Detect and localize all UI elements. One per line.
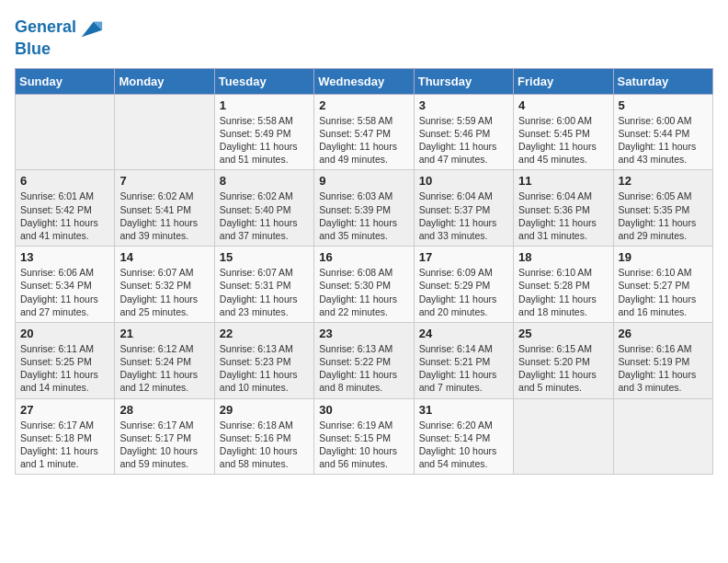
cell-info: Sunrise: 6:05 AM Sunset: 5:35 PM Dayligh…: [619, 190, 708, 242]
cell-info: Sunrise: 6:10 AM Sunset: 5:28 PM Dayligh…: [518, 266, 608, 318]
calendar-table: SundayMondayTuesdayWednesdayThursdayFrid…: [15, 68, 713, 475]
calendar-cell: 31Sunrise: 6:20 AM Sunset: 5:14 PM Dayli…: [414, 398, 513, 475]
logo: General Blue: [15, 15, 104, 59]
calendar-cell: 2Sunrise: 5:58 AM Sunset: 5:47 PM Daylig…: [314, 94, 414, 170]
cell-info: Sunrise: 6:02 AM Sunset: 5:40 PM Dayligh…: [220, 190, 309, 242]
calendar-cell: 11Sunrise: 6:04 AM Sunset: 5:36 PM Dayli…: [514, 170, 613, 247]
calendar-cell: 4Sunrise: 6:00 AM Sunset: 5:45 PM Daylig…: [514, 94, 613, 170]
calendar-cell: 30Sunrise: 6:19 AM Sunset: 5:15 PM Dayli…: [314, 398, 414, 475]
weekday-header: Sunday: [16, 68, 115, 94]
calendar-cell: 10Sunrise: 6:04 AM Sunset: 5:37 PM Dayli…: [414, 170, 513, 247]
cell-day-number: 3: [419, 98, 508, 112]
cell-info: Sunrise: 6:06 AM Sunset: 5:34 PM Dayligh…: [20, 266, 109, 318]
calendar-cell: 24Sunrise: 6:14 AM Sunset: 5:21 PM Dayli…: [414, 322, 513, 398]
cell-day-number: 31: [419, 403, 508, 417]
cell-info: Sunrise: 5:59 AM Sunset: 5:46 PM Dayligh…: [419, 114, 508, 167]
cell-info: Sunrise: 6:01 AM Sunset: 5:42 PM Dayligh…: [20, 190, 109, 242]
cell-info: Sunrise: 6:10 AM Sunset: 5:27 PM Dayligh…: [619, 266, 708, 318]
cell-info: Sunrise: 6:13 AM Sunset: 5:22 PM Dayligh…: [319, 342, 408, 395]
cell-info: Sunrise: 6:19 AM Sunset: 5:15 PM Dayligh…: [319, 419, 408, 471]
cell-day-number: 29: [220, 403, 309, 417]
calendar-cell: 18Sunrise: 6:10 AM Sunset: 5:28 PM Dayli…: [514, 247, 613, 323]
calendar-cell: 23Sunrise: 6:13 AM Sunset: 5:22 PM Dayli…: [314, 322, 414, 398]
cell-day-number: 21: [119, 327, 209, 340]
cell-day-number: 14: [119, 250, 209, 264]
weekday-header: Wednesday: [314, 68, 414, 94]
cell-day-number: 28: [119, 403, 209, 417]
calendar-cell: 26Sunrise: 6:16 AM Sunset: 5:19 PM Dayli…: [613, 322, 712, 398]
calendar-cell: [613, 398, 712, 475]
cell-day-number: 19: [619, 250, 708, 264]
cell-info: Sunrise: 6:08 AM Sunset: 5:30 PM Dayligh…: [319, 266, 408, 318]
cell-day-number: 8: [220, 174, 309, 188]
cell-day-number: 15: [220, 250, 309, 264]
logo-text: General: [15, 18, 76, 37]
cell-day-number: 27: [20, 403, 109, 417]
calendar-cell: [514, 398, 613, 475]
cell-info: Sunrise: 6:15 AM Sunset: 5:20 PM Dayligh…: [518, 342, 608, 395]
logo-icon: [78, 15, 104, 40]
calendar-cell: 27Sunrise: 6:17 AM Sunset: 5:18 PM Dayli…: [16, 398, 115, 475]
cell-day-number: 2: [319, 98, 408, 112]
calendar-cell: 17Sunrise: 6:09 AM Sunset: 5:29 PM Dayli…: [414, 247, 513, 323]
cell-day-number: 23: [319, 327, 408, 340]
cell-day-number: 16: [319, 250, 408, 264]
calendar-cell: 28Sunrise: 6:17 AM Sunset: 5:17 PM Dayli…: [115, 398, 214, 475]
calendar-cell: 12Sunrise: 6:05 AM Sunset: 5:35 PM Dayli…: [613, 170, 712, 247]
cell-day-number: 4: [518, 98, 608, 112]
calendar-cell: 21Sunrise: 6:12 AM Sunset: 5:24 PM Dayli…: [115, 322, 214, 398]
weekday-header: Thursday: [414, 68, 513, 94]
cell-day-number: 18: [518, 250, 608, 264]
cell-info: Sunrise: 6:07 AM Sunset: 5:32 PM Dayligh…: [119, 266, 209, 318]
calendar-cell: 13Sunrise: 6:06 AM Sunset: 5:34 PM Dayli…: [16, 247, 115, 323]
calendar-cell: 22Sunrise: 6:13 AM Sunset: 5:23 PM Dayli…: [214, 322, 313, 398]
cell-day-number: 22: [220, 327, 309, 340]
cell-info: Sunrise: 6:04 AM Sunset: 5:37 PM Dayligh…: [419, 190, 508, 242]
calendar-cell: [16, 94, 115, 170]
cell-info: Sunrise: 6:09 AM Sunset: 5:29 PM Dayligh…: [419, 266, 508, 318]
calendar-cell: 9Sunrise: 6:03 AM Sunset: 5:39 PM Daylig…: [314, 170, 414, 247]
cell-info: Sunrise: 6:13 AM Sunset: 5:23 PM Dayligh…: [220, 342, 309, 395]
cell-day-number: 24: [419, 327, 508, 340]
logo-blue-text: Blue: [15, 40, 104, 59]
cell-day-number: 20: [20, 327, 109, 340]
cell-info: Sunrise: 6:17 AM Sunset: 5:17 PM Dayligh…: [119, 419, 209, 471]
cell-day-number: 13: [20, 250, 109, 264]
calendar-cell: 16Sunrise: 6:08 AM Sunset: 5:30 PM Dayli…: [314, 247, 414, 323]
calendar-cell: [115, 94, 214, 170]
cell-info: Sunrise: 6:17 AM Sunset: 5:18 PM Dayligh…: [20, 419, 109, 471]
cell-day-number: 25: [518, 327, 608, 340]
weekday-header: Friday: [514, 68, 613, 94]
cell-info: Sunrise: 6:14 AM Sunset: 5:21 PM Dayligh…: [419, 342, 508, 395]
calendar-body: 1Sunrise: 5:58 AM Sunset: 5:49 PM Daylig…: [16, 94, 713, 474]
cell-day-number: 7: [119, 174, 209, 188]
cell-info: Sunrise: 6:20 AM Sunset: 5:14 PM Dayligh…: [419, 419, 508, 471]
page-header: General Blue: [15, 15, 713, 59]
calendar-cell: 5Sunrise: 6:00 AM Sunset: 5:44 PM Daylig…: [613, 94, 712, 170]
weekday-header: Saturday: [613, 68, 712, 94]
cell-info: Sunrise: 6:03 AM Sunset: 5:39 PM Dayligh…: [319, 190, 408, 242]
calendar-header: SundayMondayTuesdayWednesdayThursdayFrid…: [16, 68, 713, 94]
cell-day-number: 26: [619, 327, 708, 340]
calendar-cell: 19Sunrise: 6:10 AM Sunset: 5:27 PM Dayli…: [613, 247, 712, 323]
cell-day-number: 9: [319, 174, 408, 188]
cell-day-number: 12: [619, 174, 708, 188]
calendar-cell: 1Sunrise: 5:58 AM Sunset: 5:49 PM Daylig…: [214, 94, 313, 170]
cell-day-number: 10: [419, 174, 508, 188]
cell-info: Sunrise: 6:18 AM Sunset: 5:16 PM Dayligh…: [220, 419, 309, 471]
calendar-cell: 7Sunrise: 6:02 AM Sunset: 5:41 PM Daylig…: [115, 170, 214, 247]
cell-info: Sunrise: 6:00 AM Sunset: 5:44 PM Dayligh…: [619, 114, 708, 167]
cell-day-number: 17: [419, 250, 508, 264]
cell-info: Sunrise: 6:00 AM Sunset: 5:45 PM Dayligh…: [518, 114, 608, 167]
calendar-cell: 6Sunrise: 6:01 AM Sunset: 5:42 PM Daylig…: [16, 170, 115, 247]
calendar-cell: 15Sunrise: 6:07 AM Sunset: 5:31 PM Dayli…: [214, 247, 313, 323]
cell-info: Sunrise: 6:12 AM Sunset: 5:24 PM Dayligh…: [119, 342, 209, 395]
calendar-cell: 25Sunrise: 6:15 AM Sunset: 5:20 PM Dayli…: [514, 322, 613, 398]
cell-info: Sunrise: 6:04 AM Sunset: 5:36 PM Dayligh…: [518, 190, 608, 242]
cell-day-number: 30: [319, 403, 408, 417]
cell-info: Sunrise: 5:58 AM Sunset: 5:49 PM Dayligh…: [220, 114, 309, 167]
cell-day-number: 6: [20, 174, 109, 188]
calendar-cell: 29Sunrise: 6:18 AM Sunset: 5:16 PM Dayli…: [214, 398, 313, 475]
weekday-header: Monday: [115, 68, 214, 94]
cell-info: Sunrise: 6:11 AM Sunset: 5:25 PM Dayligh…: [20, 342, 109, 395]
